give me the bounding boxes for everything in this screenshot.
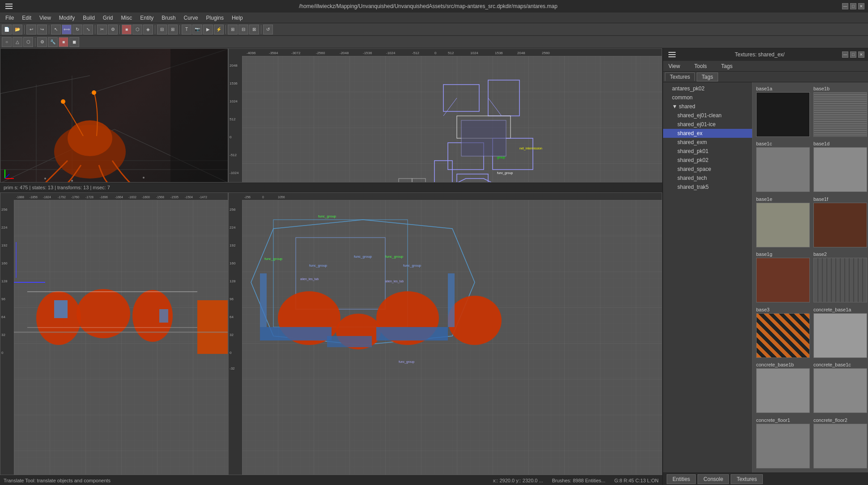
tool-clip[interactable]: ✂ (97, 25, 107, 34)
tool2-6[interactable]: ■ (59, 37, 68, 47)
texture-cell-base1d[interactable]: base1d (812, 139, 868, 194)
texture-cell-concrete-base1a[interactable]: concrete_base1a (812, 305, 868, 360)
texture-cell-concrete-base1c[interactable]: concrete_base1c (812, 360, 868, 415)
viewport-3d[interactable] (0, 48, 228, 183)
tool-new[interactable]: 📄 (2, 25, 12, 34)
svg-text:-32: -32 (230, 366, 235, 370)
tree-item-shared-space[interactable]: shared_space (663, 165, 752, 174)
tree-item-shared-trak5[interactable]: shared_trak5 (663, 183, 752, 191)
tool2-7[interactable]: ◼ (69, 37, 79, 47)
tool-compile[interactable]: ▶ (203, 25, 213, 34)
tool-texture[interactable]: T (182, 25, 191, 34)
menu-curve[interactable]: Curve (180, 14, 202, 22)
menu-entity[interactable]: Entity (136, 14, 157, 22)
tex-menu-tags[interactable]: Tags (718, 62, 736, 70)
tree-item-shared-exm[interactable]: shared_exm (663, 138, 752, 147)
tab-entities[interactable]: Entities (667, 474, 696, 484)
brushes-display: Brushes: 8988 Entities... (552, 478, 605, 483)
toolbar-sep-7 (226, 25, 226, 34)
tool-weld[interactable]: ⚙ (108, 25, 118, 34)
tool-run[interactable]: ⚡ (214, 25, 224, 34)
close-button[interactable]: ✕ (858, 3, 864, 9)
menu-modify[interactable]: Modify (55, 14, 78, 22)
tree-item-shared-ej01-clean[interactable]: shared_ej01-clean (663, 111, 752, 120)
tool-brush[interactable]: ■ (122, 25, 132, 34)
tool-entity[interactable]: ◈ (143, 25, 153, 34)
tex-title-bar: Textures: shared_ex/ — □ ✕ (663, 48, 868, 61)
tool2-5[interactable]: 🔧 (48, 37, 58, 47)
tree-item-shared-pk02[interactable]: shared_pk02 (663, 156, 752, 165)
tree-item-common[interactable]: common (663, 93, 752, 102)
tool-grid2[interactable]: ⊟ (238, 25, 248, 34)
svg-rect-24 (242, 56, 662, 182)
tool2-3[interactable]: ⬡ (23, 37, 33, 47)
svg-rect-99 (27, 327, 197, 328)
menu-plugins[interactable]: Plugins (203, 14, 227, 22)
tab-textures[interactable]: Textures (665, 72, 695, 81)
tex-menu-view[interactable]: View (665, 62, 684, 70)
tree-item-shared-ex[interactable]: shared_ex (663, 129, 752, 138)
tab-textures[interactable]: Textures (731, 474, 762, 484)
svg-text:256: 256 (1, 208, 8, 212)
svg-text:1536: 1536 (230, 81, 238, 85)
menu-edit[interactable]: Edit (18, 14, 35, 22)
menu-grid[interactable]: Grid (99, 14, 117, 22)
tex-maximize-button[interactable]: □ (850, 51, 856, 58)
tool-csg-merge[interactable]: ⊞ (168, 25, 178, 34)
menu-brush[interactable]: Brush (158, 14, 179, 22)
tool-select[interactable]: ↖ (51, 25, 61, 34)
tex-close-button[interactable]: ✕ (858, 51, 864, 58)
tool-hint: Translate Tool: translate objects and co… (4, 478, 111, 483)
tex-minimize-button[interactable]: — (842, 51, 848, 58)
menu-misc[interactable]: Misc (118, 14, 136, 22)
tex-hamburger-icon[interactable] (667, 50, 677, 59)
texture-cell-base1g[interactable]: base1g (754, 250, 812, 305)
tool-translate[interactable]: ⟺ (62, 25, 72, 34)
tool-scale[interactable]: ⤡ (83, 25, 93, 34)
svg-text:-1664: -1664 (115, 196, 123, 199)
tool2-4[interactable]: ⚙ (37, 37, 47, 47)
menu-build[interactable]: Build (79, 14, 98, 22)
tool-camera[interactable]: 📷 (192, 25, 202, 34)
texture-cell-concrete-base1b[interactable]: concrete_base1b (754, 360, 812, 415)
menu-file[interactable]: File (2, 14, 17, 22)
texture-cell-concrete-floor2[interactable]: concrete_floor2 (812, 416, 868, 471)
texture-cell-base1f[interactable]: base1f (812, 195, 868, 250)
tree-item-shared-pk01[interactable]: shared_pk01 (663, 147, 752, 156)
tool-undo[interactable]: ↩ (26, 25, 36, 34)
tex-menu-tools[interactable]: Tools (691, 62, 711, 70)
maximize-button[interactable]: □ (850, 3, 856, 9)
tool-rotate[interactable]: ↻ (72, 25, 82, 34)
texture-cell-base1e[interactable]: base1e (754, 195, 812, 250)
tool-csg-subtract[interactable]: ⊟ (157, 25, 167, 34)
tool-grid3[interactable]: ⊠ (249, 25, 259, 34)
menu-help[interactable]: Help (228, 14, 247, 22)
tree-item-shared-tech[interactable]: shared_tech (663, 174, 752, 183)
menu-view[interactable]: View (36, 14, 55, 22)
viewport-front-svg: 256 224 192 160 128 96 64 32 0 -32 -256 … (229, 193, 662, 475)
viewport-side[interactable]: -1888 -1856 -1824 -1792 -1760 -1728 -169… (0, 192, 228, 475)
tool-refresh[interactable]: ↺ (263, 25, 273, 34)
tool2-2[interactable]: △ (13, 37, 22, 47)
viewport-2d-top[interactable]: -4096 -3584 -3072 -2560 -2048 -1536 -102… (228, 48, 662, 183)
texture-cell-base2[interactable]: base2 (812, 250, 868, 305)
minimize-button[interactable]: — (842, 3, 848, 9)
viewport-front[interactable]: 256 224 192 160 128 96 64 32 0 -32 -256 … (228, 192, 662, 475)
tool-redo[interactable]: ↪ (37, 25, 47, 34)
tab-console[interactable]: Console (698, 474, 729, 484)
hamburger-menu-icon[interactable] (4, 2, 14, 11)
texture-cell-base1c[interactable]: base1c (754, 139, 812, 194)
svg-text:func_group: func_group (264, 257, 283, 261)
tool-open[interactable]: 📂 (13, 25, 22, 34)
tree-item-antares[interactable]: antares_pk02 (663, 84, 752, 93)
tool-patch[interactable]: ⬡ (132, 25, 142, 34)
tool-grid1[interactable]: ⊞ (228, 25, 238, 34)
texture-cell-base1a[interactable]: base1a (754, 84, 812, 139)
tree-item-shared-ej01-ice[interactable]: shared_ej01-ice (663, 120, 752, 129)
tool2-1[interactable]: ○ (2, 37, 12, 47)
tab-tags[interactable]: Tags (697, 72, 718, 81)
texture-cell-base3[interactable]: base3 (754, 305, 812, 360)
tree-item-shared-expand[interactable]: ▼ shared (663, 102, 752, 111)
texture-cell-base1b[interactable]: base1b (812, 84, 868, 139)
texture-cell-concrete-floor1[interactable]: concrete_floor1 (754, 416, 812, 471)
